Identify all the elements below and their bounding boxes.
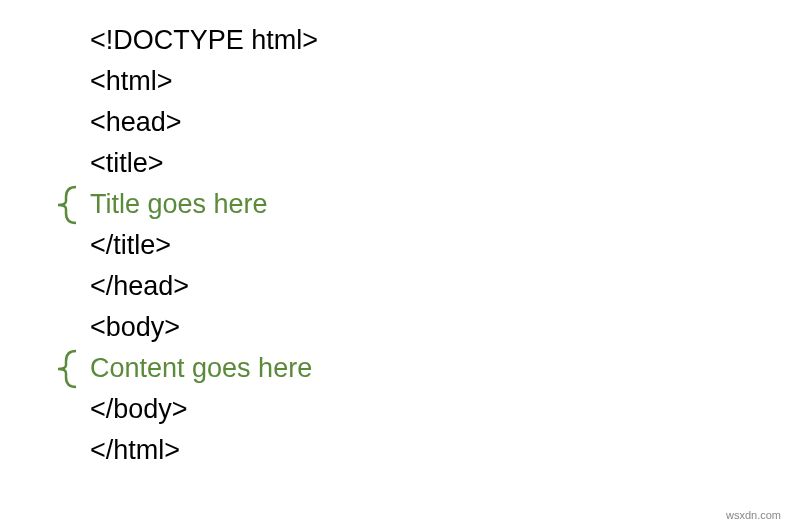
code-line: </head> <box>54 266 318 307</box>
code-line: Title goes here <box>54 184 318 225</box>
code-line: <title> <box>54 143 318 184</box>
code-line: <head> <box>54 102 318 143</box>
html-open-tag: <html> <box>54 65 173 97</box>
curly-bracket-icon <box>54 185 84 225</box>
curly-bracket-icon <box>54 349 84 389</box>
body-close-tag: </body> <box>54 393 188 425</box>
head-open-tag: <head> <box>54 106 182 138</box>
watermark: wsxdn.com <box>726 509 781 521</box>
head-close-tag: </head> <box>54 270 189 302</box>
code-line: </html> <box>54 430 318 471</box>
code-line: <body> <box>54 307 318 348</box>
body-open-tag: <body> <box>54 311 180 343</box>
code-line: <html> <box>54 61 318 102</box>
code-line: Content goes here <box>54 348 318 389</box>
code-line: <!DOCTYPE html> <box>54 20 318 61</box>
code-line: </title> <box>54 225 318 266</box>
code-line: </body> <box>54 389 318 430</box>
title-open-tag: <title> <box>54 147 164 179</box>
doctype-tag: <!DOCTYPE html> <box>54 24 318 56</box>
html-structure-example: <!DOCTYPE html> <html> <head> <title> Ti… <box>54 20 318 471</box>
html-close-tag: </html> <box>54 434 180 466</box>
title-placeholder: Title goes here <box>54 188 268 220</box>
content-placeholder: Content goes here <box>54 352 312 384</box>
title-close-tag: </title> <box>54 229 171 261</box>
